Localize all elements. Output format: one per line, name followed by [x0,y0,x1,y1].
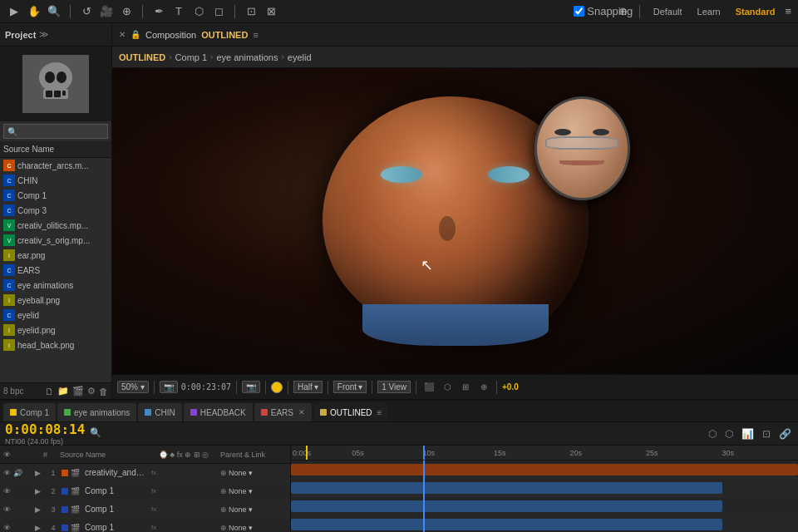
current-timecode[interactable]: 0:00:08:14 [5,421,85,437]
puppet-tool-icon[interactable]: ⊡ [244,4,259,19]
list-item[interactable]: C EARS [0,263,111,278]
timeline-ruler[interactable]: 0:00s 05s 10s 15s 20s 25s 30s [291,446,798,461]
workspace-menu-icon[interactable]: ≡ [785,5,791,17]
keyframe-nav-next[interactable]: ⬡ [723,428,735,440]
timeline-tab-ears[interactable]: EARS ✕ [254,403,312,421]
toggle-icon-2[interactable]: ⬡ [440,380,455,395]
row-expand-4[interactable]: ▶ [35,524,45,532]
comp-lock-icon[interactable]: 🔒 [131,30,140,39]
eraser-tool-icon[interactable]: ◻ [211,4,226,19]
footer-icon-4[interactable]: ⚙ [87,386,96,397]
breadcrumb-eyelid[interactable]: eyelid [288,52,312,62]
row-visibility-3[interactable]: 👁 [3,505,11,514]
footer-icon-5[interactable]: 🗑 [99,387,108,397]
keyframe-nav-prev[interactable]: ⬡ [707,428,718,440]
arrow-tool-icon[interactable]: ▶ [7,4,22,19]
bar-1[interactable] [291,464,798,475]
tracker-icon[interactable]: ⊕ [616,4,631,19]
color-picker[interactable] [271,382,283,393]
timeline-tab-headback[interactable]: HEADBACK [184,403,253,421]
list-item[interactable]: C eyelid [0,308,111,323]
bar-2[interactable] [291,482,722,494]
timeline-tab-chin[interactable]: CHIN [138,403,181,421]
timeline-tab-outlined[interactable]: OUTLINED ≡ [313,403,388,421]
workspace-learn[interactable]: Learn [692,5,726,18]
search-input[interactable] [3,124,108,139]
roto-tool-icon[interactable]: ⊠ [264,4,278,19]
parent-value-2[interactable]: None ▾ [229,487,253,495]
magnification-button[interactable]: 50% ▾ [117,381,149,393]
comp-options-icon[interactable]: ≡ [253,30,258,40]
row-visibility-4[interactable]: 👁 [3,524,11,532]
workspace-standard[interactable]: Standard [731,5,781,18]
snapping-checkbox[interactable]: Snapping [596,4,611,19]
breadcrumb-eye-animations[interactable]: eye animations [216,52,278,62]
bar-3[interactable] [291,500,722,512]
quality-dropdown[interactable]: Half ▾ [293,381,323,393]
camera-tool-icon[interactable]: 🎥 [99,4,114,19]
timeline-controls: 0:00:08:14 NTI06 (24.00 fps) 🔍 ⬡ ⬡ 📊 ⊡ 🔗 [0,422,798,446]
row-switches-3: fx [151,505,218,513]
view-dropdown[interactable]: 1 View [377,381,411,393]
orbit-tool-icon[interactable]: ⊕ [119,4,134,19]
rotate-tool-icon[interactable]: ↺ [79,4,94,19]
breadcrumb-outlined[interactable]: OUTLINED [119,52,165,62]
list-item[interactable]: C Comp 1 [0,188,111,203]
footer-icon-1[interactable]: 🗋 [45,387,54,397]
timeline-tab-comp1[interactable]: Comp 1 [3,403,56,421]
parent-value-3[interactable]: None ▾ [229,505,253,514]
pen-tool-icon[interactable]: ✒ [151,4,166,19]
parent-value-4[interactable]: None ▾ [229,524,253,532]
graph-editor-icon[interactable]: 📊 [740,428,756,440]
row-expand-2[interactable]: ▶ [35,487,45,495]
tab-menu-icon[interactable]: ≡ [377,408,382,417]
camera-dropdown[interactable]: Front ▾ [333,381,367,393]
svg-rect-4 [62,91,66,96]
preview-camera-icon[interactable]: 📷 [160,381,178,393]
toggle-icon-1[interactable]: ⬛ [421,380,436,395]
row-visibility-2[interactable]: 👁 [3,487,11,495]
parent-value-1[interactable]: None ▾ [229,469,253,477]
link-icon[interactable]: 🔗 [777,428,793,440]
row-expand-3[interactable]: ▶ [35,505,45,514]
workspace-default[interactable]: Default [648,5,687,18]
list-item[interactable]: I head_back.png [0,337,111,352]
list-item[interactable]: I eyeball.png [0,293,111,308]
list-item[interactable]: I eyelid.png [0,323,111,337]
sw-fx-4[interactable]: fx [151,524,156,531]
list-item[interactable]: C character_arcs.m... [0,158,111,173]
tab-close-icon[interactable]: ✕ [298,408,305,416]
row-audio-1[interactable]: 🔊 [13,469,22,477]
snapshot-button[interactable]: 📷 [242,381,260,393]
timeline-tab-eye-animations[interactable]: eye animations [57,403,136,421]
sw-fx-2[interactable]: fx [151,487,156,495]
footer-icon-2[interactable]: 📁 [57,386,69,397]
toggle-icon-3[interactable]: ⊞ [458,380,473,395]
list-item[interactable]: I ear.png [0,248,111,263]
motion-sketch-icon[interactable]: ⊡ [761,428,772,440]
hand-tool-icon[interactable]: ✋ [27,4,42,19]
nose-shadow [439,216,456,241]
text-tool-icon[interactable]: T [171,4,186,19]
list-item[interactable]: V creativ_s_orig.mp... [0,233,111,248]
panel-expand-icon[interactable]: ≫ [39,29,49,40]
brush-tool-icon[interactable]: ⬡ [191,4,206,19]
svg-point-5 [45,71,55,83]
breadcrumb-comp1[interactable]: Comp 1 [175,52,208,62]
footer-icon-3[interactable]: 🎬 [72,386,84,397]
toggle-icon-4[interactable]: ⊕ [476,380,491,395]
main-layout: Project ≫ Source Name [0,23,798,399]
bar-4[interactable] [291,519,722,530]
sw-fx-1[interactable]: fx [151,469,156,476]
list-item[interactable]: C Comp 3 [0,203,111,218]
sw-fx-3[interactable]: fx [151,505,156,513]
timeline-search-icon[interactable]: 🔍 [90,427,103,441]
zoom-tool-icon[interactable]: 🔍 [47,4,62,19]
timecode-label[interactable]: 0:00:23:07 [181,382,231,392]
list-item[interactable]: C eye animations [0,278,111,293]
comp-close-btn[interactable]: ✕ [119,30,126,39]
list-item[interactable]: C CHIN [0,173,111,188]
row-expand-1[interactable]: ▶ [35,469,45,477]
row-visibility-1[interactable]: 👁 [3,469,11,477]
list-item[interactable]: V creativ_olitics.mp... [0,218,111,233]
